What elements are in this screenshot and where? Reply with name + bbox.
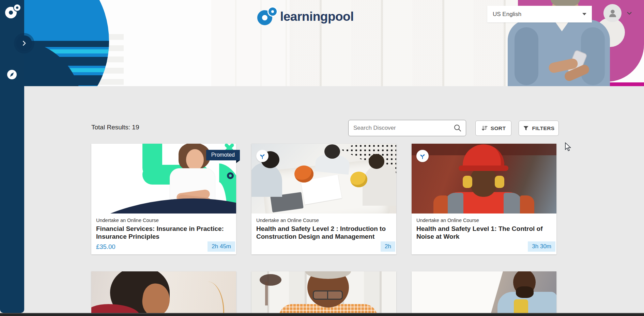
total-results-label: Total Results: 19 — [91, 124, 139, 131]
learningpool-logo: learningpool — [257, 7, 354, 26]
course-duration-badge: 2h 45m — [208, 241, 235, 252]
promoted-badge: Promoted — [206, 150, 240, 160]
window-bottom-edge — [0, 313, 644, 316]
course-title: Health and Safety Level 2 : Introduction… — [256, 225, 392, 240]
course-card-hs-level1[interactable]: Undertake an Online Course Health and Sa… — [412, 144, 556, 254]
learningpool-logo-text: learningpool — [280, 10, 354, 24]
user-menu-toggle[interactable] — [626, 10, 633, 18]
course-title: Financial Services: Insurance in Practic… — [96, 225, 231, 240]
chevron-right-icon — [20, 40, 28, 47]
sidebar-expand-button[interactable] — [16, 35, 32, 51]
sort-button[interactable]: SORT — [475, 121, 511, 136]
search-box — [348, 120, 466, 136]
mouse-cursor — [564, 142, 572, 153]
person-icon — [608, 8, 618, 18]
sort-button-label: SORT — [491, 125, 506, 131]
sort-icon — [481, 125, 488, 132]
dropdown-caret-icon — [582, 13, 586, 15]
course-card-partial-2[interactable] — [251, 271, 396, 316]
sprout-badge — [256, 150, 269, 162]
sidebar-item-discover[interactable] — [7, 69, 17, 80]
learningpool-logo-icon — [257, 7, 277, 26]
course-card-partial-1[interactable] — [91, 271, 236, 316]
filters-button-label: FILTERS — [532, 125, 554, 131]
course-image — [412, 144, 556, 214]
filters-button[interactable]: FILTERS — [519, 121, 559, 136]
course-title: Health and Safety Level 1: The Control o… — [416, 225, 552, 240]
course-image — [91, 271, 236, 316]
search-input[interactable] — [353, 125, 454, 131]
sidebar-logo-icon[interactable] — [5, 4, 21, 19]
course-card-hs-level2[interactable]: Undertake an Online Course Health and Sa… — [251, 144, 396, 254]
user-avatar-button[interactable] — [603, 4, 622, 22]
discover-page: learningpool US English — [0, 0, 644, 316]
course-card-partial-3[interactable] — [412, 271, 556, 316]
course-category: Undertake an Online Course — [96, 218, 231, 223]
search-icon[interactable] — [454, 124, 462, 132]
sprout-icon — [419, 153, 426, 159]
course-category: Undertake an Online Course — [256, 218, 392, 223]
course-card-financial-services[interactable]: Promoted Undertake an Online Course Fina… — [91, 144, 236, 254]
course-duration-badge: 3h 30m — [528, 241, 555, 252]
course-duration-badge: 2h — [381, 241, 395, 252]
sprout-icon — [259, 153, 266, 159]
compass-icon — [7, 69, 17, 80]
course-image — [251, 271, 396, 316]
course-image — [251, 144, 396, 214]
course-price: £35.00 — [96, 243, 116, 251]
course-image — [412, 271, 556, 316]
language-selector-value: US English — [493, 11, 521, 18]
language-selector[interactable]: US English — [487, 6, 592, 22]
filter-icon — [523, 125, 529, 131]
course-category: Undertake an Online Course — [416, 218, 552, 223]
sprout-badge — [416, 150, 429, 162]
chevron-down-icon — [626, 10, 633, 17]
